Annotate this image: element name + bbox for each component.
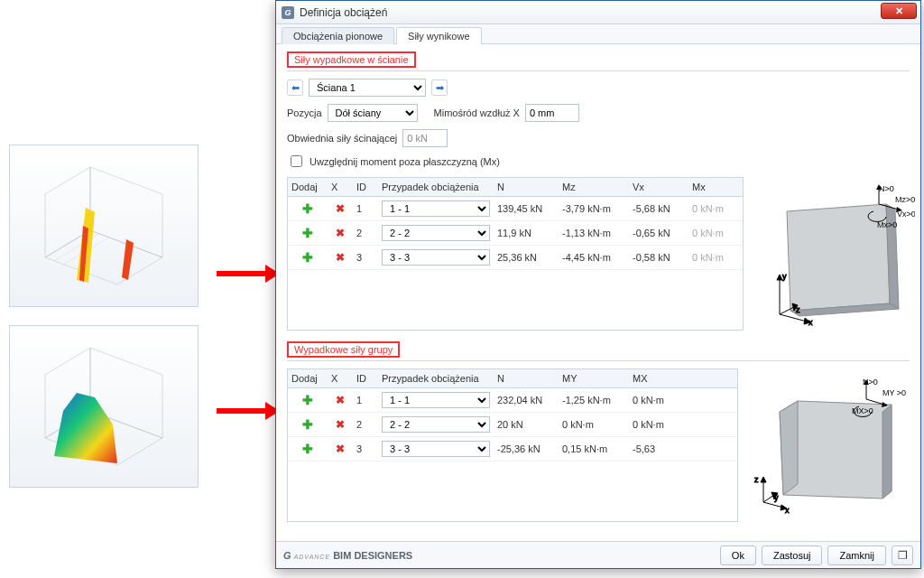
svg-text:z: z	[754, 475, 759, 484]
add-row-icon[interactable]: ✚	[288, 198, 328, 219]
position-select[interactable]: Dół ściany	[328, 104, 418, 122]
shear-envelope-label: Obwiednia siły ścinającej	[287, 133, 397, 144]
col-vx: Vx	[629, 178, 688, 196]
svg-marker-0	[45, 230, 162, 284]
delete-row-icon[interactable]: ✖	[328, 223, 353, 243]
loadcase-select[interactable]: 3 - 3	[382, 441, 490, 457]
col-mx: MX	[629, 369, 688, 387]
col-mz: Mz	[559, 178, 629, 196]
tab-resultant-forces[interactable]: Siły wynikowe	[396, 27, 481, 44]
col-add: Dodaj	[288, 178, 328, 196]
load-definition-dialog: G Definicja obciążeń ✕ Obciążenia pionow…	[275, 0, 921, 569]
brand-logo: G ADVANCE BIM DESIGNERS	[283, 550, 412, 561]
arrow-to-section1	[217, 262, 280, 285]
wall-forces-table: Dodaj X ID Przypadek obciążenia N Mz Vx …	[287, 177, 744, 331]
app-icon: G	[282, 6, 294, 19]
loadcase-select[interactable]: 3 - 3	[382, 249, 490, 266]
delete-row-icon[interactable]: ✖	[328, 415, 353, 434]
loadcase-select[interactable]: 1 - 1	[382, 200, 490, 217]
group-force-diagram: z y x N>0 MY >0 MX>0	[747, 368, 910, 522]
result-thumbnails	[9, 144, 271, 506]
loadcase-select[interactable]: 1 - 1	[382, 392, 490, 408]
ok-button[interactable]: Ok	[720, 545, 756, 565]
window-title: Definicja obciążeń	[300, 6, 387, 19]
tab-bar: Obciążenia pionowe Siły wynikowe	[276, 24, 920, 44]
loadcase-select[interactable]: 2 - 2	[382, 225, 490, 241]
svg-marker-35	[882, 405, 892, 499]
help-cube-icon[interactable]: ❐	[892, 545, 913, 565]
include-mx-checkbox[interactable]	[291, 155, 302, 167]
section2-title: Wypadkowe siły grupy	[287, 341, 400, 358]
add-row-icon[interactable]: ✚	[288, 247, 328, 268]
col-my: MY	[559, 369, 629, 387]
titlebar: G Definicja obciążeń ✕	[276, 1, 920, 24]
close-button[interactable]: Zamknij	[827, 545, 886, 565]
table-row: ✚ ✖ 2 2 - 2 20 kN 0 kN·m 0 kN·m	[288, 413, 737, 437]
table-row: ✚ ✖ 3 3 - 3 25,36 kN -4,45 kN·m -0,58 kN…	[288, 246, 743, 270]
svg-marker-37	[761, 477, 766, 482]
svg-marker-8	[122, 239, 134, 280]
col-n: N	[494, 369, 559, 387]
svg-marker-13	[787, 204, 890, 311]
svg-line-4	[54, 234, 99, 261]
svg-text:z: z	[796, 305, 800, 314]
svg-marker-12	[54, 393, 117, 463]
col-id: ID	[353, 178, 378, 196]
wall-select[interactable]: Ściana 1	[309, 79, 426, 97]
delete-row-icon[interactable]: ✖	[328, 390, 353, 410]
include-mx-label: Uwzględnij moment poza płaszczyzną (Mx)	[310, 156, 500, 167]
prev-wall-button[interactable]: ⬅	[287, 79, 303, 96]
svg-text:y: y	[782, 272, 787, 281]
next-wall-button[interactable]: ➡	[431, 79, 448, 96]
add-row-icon[interactable]: ✚	[288, 438, 328, 460]
delete-row-icon[interactable]: ✖	[328, 439, 353, 459]
delete-row-icon[interactable]: ✖	[328, 247, 353, 267]
wall-result-thumbnail	[9, 144, 199, 307]
table-row: ✚ ✖ 1 1 - 1 139,45 kN -3,79 kN·m -5,68 k…	[288, 197, 743, 221]
section-wall-forces: Siły wypadkowe w ścianie ⬅ Ściana 1 ➡ Po…	[276, 44, 920, 334]
svg-text:x: x	[785, 506, 790, 515]
add-row-icon[interactable]: ✚	[288, 414, 328, 435]
col-x: X	[328, 369, 353, 387]
eccentricity-input[interactable]	[525, 104, 579, 122]
section-group-forces: Wypadkowe siły grupy Dodaj X ID Przypade…	[276, 334, 920, 526]
dialog-footer: G ADVANCE BIM DESIGNERS Ok Zastosuj Zamk…	[276, 541, 920, 568]
section1-title: Siły wypadkowe w ścianie	[287, 51, 416, 68]
svg-text:y: y	[774, 493, 779, 502]
svg-text:N>0: N>0	[879, 184, 894, 193]
col-mx: Mx	[688, 178, 743, 196]
delete-row-icon[interactable]: ✖	[328, 199, 353, 219]
table-row: ✚ ✖ 2 2 - 2 11,9 kN -1,13 kN·m -0,65 kN …	[288, 221, 743, 246]
apply-button[interactable]: Zastosuj	[762, 545, 823, 565]
arrow-to-section2	[217, 399, 280, 423]
svg-line-38	[763, 502, 783, 508]
add-row-icon[interactable]: ✚	[288, 389, 328, 411]
loadcase-select[interactable]: 2 - 2	[382, 416, 490, 433]
table-row: ✚ ✖ 1 1 - 1 232,04 kN -1,25 kN·m 0 kN·m	[288, 388, 737, 413]
col-x: X	[328, 178, 353, 196]
svg-marker-34	[780, 401, 798, 495]
table-row: ✚ ✖ 3 3 - 3 -25,36 kN 0,15 kN·m -5,63	[288, 437, 737, 461]
shear-envelope-value	[402, 129, 448, 147]
position-label: Pozycja	[287, 107, 322, 118]
tab-vertical-loads[interactable]: Obciążenia pionowe	[282, 27, 394, 44]
svg-text:Mz>0: Mz>0	[895, 195, 915, 204]
eccentricity-label: Mimośród wzdłuż X	[434, 107, 520, 118]
svg-text:x: x	[808, 318, 813, 327]
group-result-thumbnail	[9, 325, 199, 488]
col-case: Przypadek obciążenia	[378, 178, 494, 196]
add-row-icon[interactable]: ✚	[288, 222, 328, 244]
col-n: N	[494, 178, 559, 196]
svg-text:MY >0: MY >0	[882, 388, 906, 397]
group-forces-table: Dodaj X ID Przypadek obciążenia N MY MX …	[287, 368, 738, 522]
col-case: Przypadek obciążenia	[378, 369, 494, 387]
close-icon[interactable]: ✕	[881, 3, 917, 19]
col-id: ID	[353, 369, 378, 387]
wall-force-diagram: y z x N>0 Mz>0 Vx>0 Mx>0	[753, 177, 915, 331]
col-add: Dodaj	[288, 369, 328, 387]
